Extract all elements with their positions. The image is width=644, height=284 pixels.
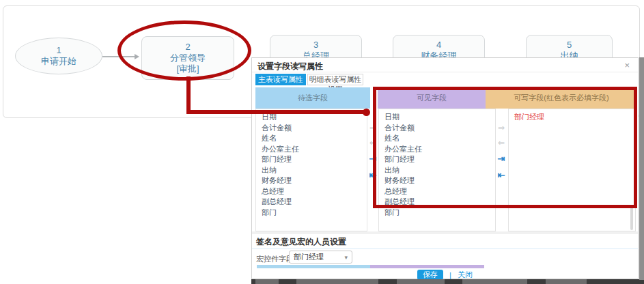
available-fields-list: 日期合计金额姓名办公室主任部门经理出纳财务经理总经理副总经理部门 (255, 109, 367, 231)
page-scrollbar[interactable] (639, 57, 644, 280)
macro-field-selected-value: 部门经理 (294, 252, 344, 262)
screen: 1 申请开始 2 分管领导 [审批] 3 总经理 4 财务经理 5 出纳 设置字… (0, 0, 644, 284)
title-divider (252, 72, 638, 72)
list-scrollbar[interactable] (630, 205, 633, 230)
annotation-rectangle (373, 87, 637, 208)
list-item[interactable]: 部门 (262, 208, 367, 218)
flow-node-start[interactable]: 1 申请开始 (15, 38, 102, 74)
tab-main-table-settings[interactable]: 主表读写属性设置 (255, 74, 306, 85)
list-item[interactable]: 财务经理 (262, 175, 367, 186)
section-divider (252, 231, 638, 234)
node-number: 1 (56, 45, 61, 56)
dialog-footer: 保存 | 关闭 (252, 270, 638, 280)
save-button[interactable]: 保存 (417, 270, 443, 280)
list-item[interactable]: 总经理 (262, 186, 367, 197)
tab-detail-table-settings[interactable]: 明细表读写属性设置 (307, 74, 363, 85)
section-subdivider (252, 248, 638, 249)
progress-bar-blue-segment (257, 265, 370, 268)
close-link[interactable]: 关闭 (458, 270, 473, 280)
node-number: 5 (567, 40, 572, 51)
footer-divider: | (449, 271, 451, 279)
list-item[interactable]: 部门 (384, 208, 495, 218)
signature-section-title: 签名及意见宏的人员设置 (256, 236, 346, 248)
list-item[interactable]: 办公室主任 (262, 144, 367, 155)
list-item[interactable]: 姓名 (262, 133, 367, 144)
annotation-ellipse (117, 20, 251, 81)
macro-field-select[interactable]: 部门经理 ▾ (289, 251, 352, 264)
node-label: 申请开始 (41, 56, 76, 67)
node-number: 4 (436, 40, 441, 51)
column-header-available-fields: 待选字段 (255, 87, 370, 109)
annotation-connector-horizontal (186, 110, 366, 114)
annotation-connector-vertical (186, 76, 191, 114)
list-item[interactable]: 合计金额 (262, 123, 367, 134)
node-number: 3 (313, 40, 318, 51)
list-item[interactable]: 出纳 (262, 165, 367, 176)
clipped-bottom-bar (251, 279, 644, 284)
progress-bar-purple-segment (370, 265, 484, 268)
list-item[interactable]: 副总经理 (262, 197, 367, 208)
close-icon[interactable]: × (624, 60, 630, 70)
annotation-connector-dot (363, 109, 370, 116)
list-item[interactable]: 部门经理 (262, 154, 367, 165)
dialog-title: 设置字段读写属性 (257, 61, 323, 72)
chevron-down-icon: ▾ (344, 254, 348, 261)
